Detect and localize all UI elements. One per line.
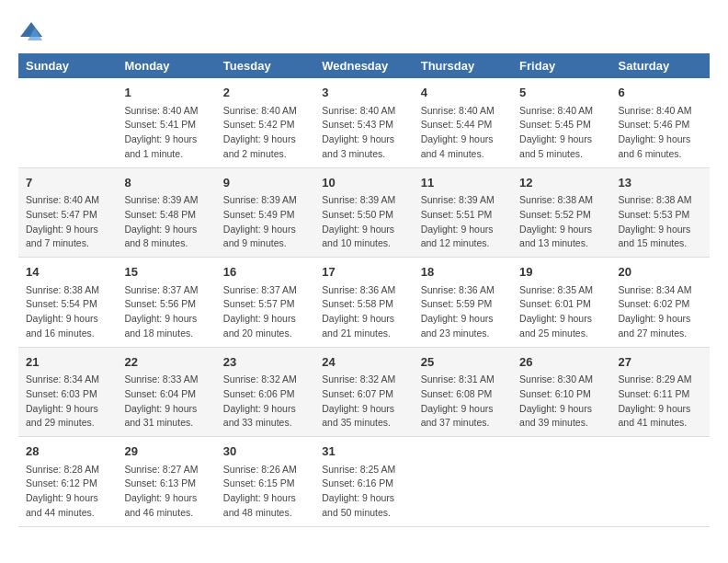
day-number: 31	[322, 442, 405, 461]
cell-info: Sunrise: 8:36 AM Sunset: 5:58 PM Dayligh…	[322, 283, 405, 341]
day-number: 27	[619, 353, 702, 372]
cell-info: Sunrise: 8:40 AM Sunset: 5:45 PM Dayligh…	[519, 104, 603, 162]
day-number: 29	[124, 442, 208, 461]
calendar-cell: 29Sunrise: 8:27 AM Sunset: 6:13 PM Dayli…	[117, 437, 215, 527]
page-header	[18, 18, 710, 44]
cell-info: Sunrise: 8:37 AM Sunset: 5:56 PM Dayligh…	[124, 283, 208, 341]
day-number: 23	[223, 353, 307, 372]
cell-info: Sunrise: 8:30 AM Sunset: 6:10 PM Dayligh…	[519, 373, 603, 431]
calendar-cell: 8Sunrise: 8:39 AM Sunset: 5:48 PM Daylig…	[117, 167, 215, 258]
week-row-3: 14Sunrise: 8:38 AM Sunset: 5:54 PM Dayli…	[18, 258, 710, 348]
calendar-cell: 23Sunrise: 8:32 AM Sunset: 6:06 PM Dayli…	[216, 347, 314, 437]
cell-info: Sunrise: 8:38 AM Sunset: 5:52 PM Dayligh…	[519, 193, 603, 251]
day-number: 6	[619, 84, 702, 102]
day-number: 18	[421, 263, 505, 282]
day-header-saturday: Saturday	[611, 53, 710, 78]
calendar-cell: 25Sunrise: 8:31 AM Sunset: 6:08 PM Dayli…	[414, 347, 512, 437]
calendar-cell: 10Sunrise: 8:39 AM Sunset: 5:50 PM Dayli…	[314, 167, 413, 258]
cell-info: Sunrise: 8:40 AM Sunset: 5:46 PM Dayligh…	[619, 104, 702, 162]
day-number: 1	[124, 84, 208, 102]
day-number: 7	[26, 174, 109, 192]
calendar-cell	[414, 437, 512, 527]
day-number: 4	[421, 84, 505, 102]
day-number: 20	[619, 263, 702, 282]
calendar-cell: 6Sunrise: 8:40 AM Sunset: 5:46 PM Daylig…	[611, 78, 710, 167]
cell-info: Sunrise: 8:32 AM Sunset: 6:06 PM Dayligh…	[223, 373, 307, 431]
calendar-cell: 24Sunrise: 8:32 AM Sunset: 6:07 PM Dayli…	[314, 347, 413, 437]
day-header-sunday: Sunday	[18, 53, 117, 78]
cell-info: Sunrise: 8:36 AM Sunset: 5:59 PM Dayligh…	[421, 283, 505, 341]
calendar-cell: 1Sunrise: 8:40 AM Sunset: 5:41 PM Daylig…	[117, 78, 215, 167]
day-number: 22	[124, 353, 208, 372]
calendar-cell: 14Sunrise: 8:38 AM Sunset: 5:54 PM Dayli…	[18, 258, 117, 348]
calendar-cell: 27Sunrise: 8:29 AM Sunset: 6:11 PM Dayli…	[611, 347, 710, 437]
day-number: 5	[519, 84, 603, 102]
calendar-cell: 22Sunrise: 8:33 AM Sunset: 6:04 PM Dayli…	[117, 347, 215, 437]
cell-info: Sunrise: 8:40 AM Sunset: 5:42 PM Dayligh…	[223, 104, 307, 162]
calendar-cell	[512, 437, 610, 527]
day-number: 15	[124, 263, 208, 282]
day-number: 24	[322, 353, 405, 372]
day-number: 21	[26, 353, 109, 372]
cell-info: Sunrise: 8:27 AM Sunset: 6:13 PM Dayligh…	[124, 463, 208, 521]
calendar-cell: 20Sunrise: 8:34 AM Sunset: 6:02 PM Dayli…	[611, 258, 710, 348]
calendar-cell: 3Sunrise: 8:40 AM Sunset: 5:43 PM Daylig…	[314, 78, 413, 167]
cell-info: Sunrise: 8:32 AM Sunset: 6:07 PM Dayligh…	[322, 373, 405, 431]
cell-info: Sunrise: 8:38 AM Sunset: 5:54 PM Dayligh…	[26, 283, 109, 341]
day-number: 17	[322, 263, 405, 282]
day-number: 2	[223, 84, 307, 102]
day-number: 14	[26, 263, 109, 282]
day-number: 3	[322, 84, 405, 102]
day-number: 30	[223, 442, 307, 461]
calendar-cell: 26Sunrise: 8:30 AM Sunset: 6:10 PM Dayli…	[512, 347, 610, 437]
calendar-cell: 16Sunrise: 8:37 AM Sunset: 5:57 PM Dayli…	[216, 258, 314, 348]
day-number: 13	[619, 174, 702, 192]
day-number: 28	[26, 442, 109, 461]
day-number: 9	[223, 174, 307, 192]
cell-info: Sunrise: 8:33 AM Sunset: 6:04 PM Dayligh…	[124, 373, 208, 431]
cell-info: Sunrise: 8:40 AM Sunset: 5:47 PM Dayligh…	[26, 193, 109, 251]
cell-info: Sunrise: 8:39 AM Sunset: 5:48 PM Dayligh…	[124, 193, 208, 251]
cell-info: Sunrise: 8:29 AM Sunset: 6:11 PM Dayligh…	[619, 373, 702, 431]
calendar-cell: 15Sunrise: 8:37 AM Sunset: 5:56 PM Dayli…	[117, 258, 215, 348]
cell-info: Sunrise: 8:40 AM Sunset: 5:43 PM Dayligh…	[322, 104, 405, 162]
day-number: 25	[421, 353, 505, 372]
logo-icon	[18, 18, 44, 44]
calendar-header-row: SundayMondayTuesdayWednesdayThursdayFrid…	[18, 53, 710, 78]
day-header-friday: Friday	[512, 53, 610, 78]
day-number: 19	[519, 263, 603, 282]
week-row-1: 1Sunrise: 8:40 AM Sunset: 5:41 PM Daylig…	[18, 78, 710, 167]
calendar-cell: 18Sunrise: 8:36 AM Sunset: 5:59 PM Dayli…	[414, 258, 512, 348]
cell-info: Sunrise: 8:40 AM Sunset: 5:41 PM Dayligh…	[124, 104, 208, 162]
calendar-cell: 9Sunrise: 8:39 AM Sunset: 5:49 PM Daylig…	[216, 167, 314, 258]
week-row-2: 7Sunrise: 8:40 AM Sunset: 5:47 PM Daylig…	[18, 167, 710, 258]
cell-info: Sunrise: 8:39 AM Sunset: 5:51 PM Dayligh…	[421, 193, 505, 251]
calendar-cell: 12Sunrise: 8:38 AM Sunset: 5:52 PM Dayli…	[512, 167, 610, 258]
calendar-cell: 31Sunrise: 8:25 AM Sunset: 6:16 PM Dayli…	[314, 437, 413, 527]
week-row-5: 28Sunrise: 8:28 AM Sunset: 6:12 PM Dayli…	[18, 437, 710, 527]
day-number: 8	[124, 174, 208, 192]
day-number: 11	[421, 174, 505, 192]
cell-info: Sunrise: 8:38 AM Sunset: 5:53 PM Dayligh…	[619, 193, 702, 251]
calendar-cell	[18, 78, 117, 167]
cell-info: Sunrise: 8:31 AM Sunset: 6:08 PM Dayligh…	[421, 373, 505, 431]
cell-info: Sunrise: 8:26 AM Sunset: 6:15 PM Dayligh…	[223, 463, 307, 521]
day-header-thursday: Thursday	[414, 53, 512, 78]
calendar-cell: 2Sunrise: 8:40 AM Sunset: 5:42 PM Daylig…	[216, 78, 314, 167]
cell-info: Sunrise: 8:25 AM Sunset: 6:16 PM Dayligh…	[322, 463, 405, 521]
cell-info: Sunrise: 8:40 AM Sunset: 5:44 PM Dayligh…	[421, 104, 505, 162]
cell-info: Sunrise: 8:39 AM Sunset: 5:49 PM Dayligh…	[223, 193, 307, 251]
calendar-cell: 17Sunrise: 8:36 AM Sunset: 5:58 PM Dayli…	[314, 258, 413, 348]
calendar-cell: 11Sunrise: 8:39 AM Sunset: 5:51 PM Dayli…	[414, 167, 512, 258]
calendar-cell: 13Sunrise: 8:38 AM Sunset: 5:53 PM Dayli…	[611, 167, 710, 258]
cell-info: Sunrise: 8:34 AM Sunset: 6:03 PM Dayligh…	[26, 373, 109, 431]
calendar-cell: 7Sunrise: 8:40 AM Sunset: 5:47 PM Daylig…	[18, 167, 117, 258]
cell-info: Sunrise: 8:28 AM Sunset: 6:12 PM Dayligh…	[26, 463, 109, 521]
calendar-table: SundayMondayTuesdayWednesdayThursdayFrid…	[18, 53, 710, 527]
day-number: 12	[519, 174, 603, 192]
day-number: 26	[519, 353, 603, 372]
calendar-cell: 28Sunrise: 8:28 AM Sunset: 6:12 PM Dayli…	[18, 437, 117, 527]
calendar-cell	[611, 437, 710, 527]
day-header-tuesday: Tuesday	[216, 53, 314, 78]
cell-info: Sunrise: 8:34 AM Sunset: 6:02 PM Dayligh…	[619, 283, 702, 341]
